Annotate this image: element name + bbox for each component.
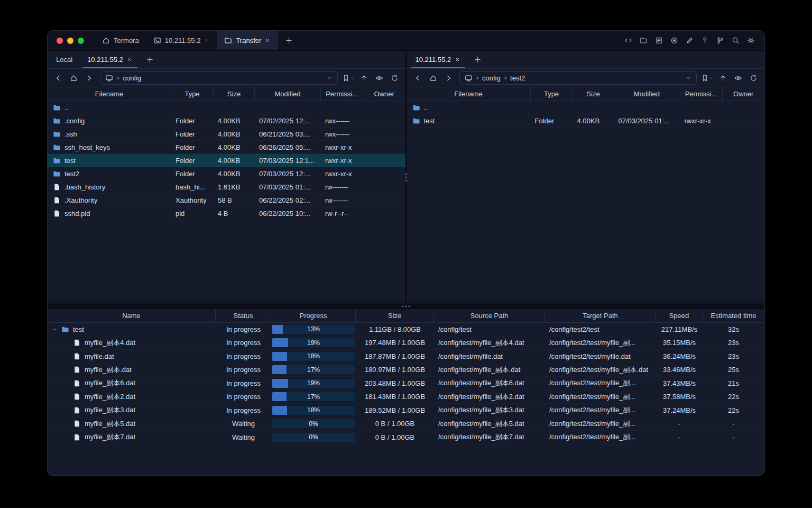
file-icon xyxy=(53,210,61,217)
forward-icon xyxy=(85,74,93,82)
settings-icon[interactable] xyxy=(747,37,755,44)
left-pane-tab-10-211-55-2[interactable]: 10.211.55.2 xyxy=(80,51,140,68)
column-header-progress[interactable]: Progress xyxy=(271,309,356,322)
back-button[interactable] xyxy=(52,71,65,84)
transfer-row[interactable]: myfile_副本3.datIn progress18%189.52MB / 1… xyxy=(48,404,764,418)
column-header-size[interactable]: Size xyxy=(356,309,434,322)
progress-bar: 19% xyxy=(272,338,355,347)
file-icon xyxy=(73,379,81,387)
right-path-breadcrumb[interactable]: >config>test2 xyxy=(459,71,697,85)
right-pane-tab-10-211-55-2[interactable]: 10.211.55.2 xyxy=(408,51,468,68)
vertical-splitter[interactable] xyxy=(405,51,407,304)
column-header-source-path[interactable]: Source Path xyxy=(434,309,545,322)
zoom-window-button[interactable] xyxy=(78,38,84,44)
column-header-status[interactable]: Status xyxy=(216,309,271,322)
column-header-owner[interactable]: Owner xyxy=(363,87,405,101)
close-tab-icon[interactable] xyxy=(127,57,133,62)
file-row[interactable]: sshd.pidpid4 B06/22/2025 10:...rw-r--r-- xyxy=(48,207,405,220)
file-row[interactable]: .configFolder4.00KB07/02/2025 12:...rwx-… xyxy=(48,114,405,128)
refresh-button[interactable] xyxy=(388,71,401,84)
code-icon[interactable] xyxy=(624,37,632,44)
path-segment-test2[interactable]: test2 xyxy=(510,74,525,82)
path-separator: > xyxy=(116,75,119,81)
file-row[interactable]: test2Folder4.00KB07/03/2025 12:...rwxr-x… xyxy=(48,167,405,180)
column-header-speed[interactable]: Speed xyxy=(656,309,703,322)
upload-button[interactable] xyxy=(357,71,371,84)
record-icon[interactable] xyxy=(670,37,678,44)
transfer-row[interactable]: myfile_副本5.datWaiting0%0 B / 1.00GB/conf… xyxy=(48,418,764,431)
file-row[interactable]: .. xyxy=(407,101,765,114)
size-cell: 1.11GB / 8.00GB xyxy=(356,325,434,333)
upload-button[interactable] xyxy=(716,71,730,84)
left-pane-new-tab-button[interactable] xyxy=(140,51,160,68)
column-header-type[interactable]: Type xyxy=(171,87,214,101)
home-button[interactable] xyxy=(427,71,440,84)
transfer-row[interactable]: myfile.datIn progress18%187.87MB / 1.00G… xyxy=(48,350,764,364)
horizontal-splitter[interactable] xyxy=(48,304,764,309)
column-header-owner[interactable]: Owner xyxy=(723,87,765,101)
column-header-estimated-time[interactable]: Estimated time xyxy=(703,309,764,322)
column-header-name[interactable]: Name xyxy=(48,309,216,322)
size-cell: 1.61KB xyxy=(214,183,255,191)
file-row[interactable]: .bash_historybash_hi...1.61KB07/03/2025 … xyxy=(48,180,405,194)
transfer-row[interactable]: myfile_副本6.datIn progress19%203.48MB / 1… xyxy=(48,377,764,391)
close-tab-icon[interactable] xyxy=(204,38,210,43)
new-window-tab-button[interactable] xyxy=(278,31,300,50)
file-row[interactable]: .sshFolder4.00KB06/21/2025 03:...rwx----… xyxy=(48,128,405,141)
column-header-permissi[interactable]: Permissi... xyxy=(321,87,363,101)
transfer-row[interactable]: testIn progress13%1.11GB / 8.00GB/config… xyxy=(48,323,764,337)
show-hidden-files-button[interactable] xyxy=(732,71,745,84)
expand-chevron-icon[interactable] xyxy=(52,326,58,332)
column-header-size[interactable]: Size xyxy=(214,87,255,101)
close-tab-icon[interactable] xyxy=(455,57,460,62)
folder-icon[interactable] xyxy=(640,37,648,44)
search-icon[interactable] xyxy=(732,37,740,44)
transfer-row[interactable]: myfile_副本2.datIn progress17%181.43MB / 1… xyxy=(48,391,764,404)
transfer-row[interactable]: myfile_副本.datIn progress17%180.97MB / 1.… xyxy=(48,364,764,377)
transfer-row[interactable]: myfile_副本7.datWaiting0%0 B / 1.00GB/conf… xyxy=(48,431,764,444)
show-hidden-files-button[interactable] xyxy=(373,71,386,84)
bookmark-menu-button[interactable] xyxy=(342,74,355,82)
log-icon[interactable] xyxy=(655,37,663,44)
file-row[interactable]: testFolder4.00KB07/03/2025 01:...rwxr-xr… xyxy=(407,114,765,128)
window-tab-termora[interactable]: Termora xyxy=(95,31,146,50)
column-header-modified[interactable]: Modified xyxy=(255,87,321,101)
size-cell: 4.00KB xyxy=(573,117,614,125)
window-tab-transfer[interactable]: Transfer xyxy=(217,31,278,50)
modified-cell: 06/26/2025 05:... xyxy=(255,143,321,151)
path-dropdown-icon[interactable] xyxy=(686,75,691,81)
column-header-type[interactable]: Type xyxy=(531,87,573,101)
column-header-filename[interactable]: Filename xyxy=(407,87,531,101)
column-header-target-path[interactable]: Target Path xyxy=(545,309,656,322)
key-icon[interactable] xyxy=(701,37,709,44)
path-segment-config[interactable]: config xyxy=(482,74,501,82)
column-header-size[interactable]: Size xyxy=(573,87,614,101)
transfer-row[interactable]: myfile_副本4.datIn progress19%197.48MB / 1… xyxy=(48,337,764,350)
path-dropdown-icon[interactable] xyxy=(327,75,333,81)
window-tab-10-211-55-2[interactable]: 10.211.55.2 xyxy=(146,31,218,50)
branch-icon[interactable] xyxy=(716,37,724,44)
progress-cell: 13% xyxy=(271,325,356,334)
refresh-button[interactable] xyxy=(747,71,760,84)
file-row[interactable]: ssh_host_keysFolder4.00KB06/26/2025 05:.… xyxy=(48,141,405,154)
forward-button[interactable] xyxy=(82,71,96,84)
back-button[interactable] xyxy=(411,71,425,84)
right-pane-new-tab-button[interactable] xyxy=(468,51,487,68)
file-name: .ssh xyxy=(64,130,77,138)
left-pane-tab-local[interactable]: Local xyxy=(49,51,80,68)
bookmark-menu-button[interactable] xyxy=(701,74,714,82)
minimize-window-button[interactable] xyxy=(67,38,73,44)
close-window-button[interactable] xyxy=(57,38,63,44)
left-path-breadcrumb[interactable]: >config xyxy=(100,71,338,85)
file-row[interactable]: testFolder4.00KB07/03/2025 12:1...rwxr-x… xyxy=(48,154,405,167)
column-header-permissi[interactable]: Permissi... xyxy=(680,87,723,101)
file-row[interactable]: .XauthorityXauthority58 B06/22/2025 02:.… xyxy=(48,194,405,207)
home-button[interactable] xyxy=(67,71,80,84)
path-segment-config[interactable]: config xyxy=(123,74,141,82)
edit-icon[interactable] xyxy=(686,37,694,44)
file-row[interactable]: .. xyxy=(48,101,405,114)
forward-button[interactable] xyxy=(442,71,455,84)
close-tab-icon[interactable] xyxy=(265,38,271,43)
column-header-modified[interactable]: Modified xyxy=(614,87,680,101)
column-header-filename[interactable]: Filename xyxy=(48,87,171,101)
